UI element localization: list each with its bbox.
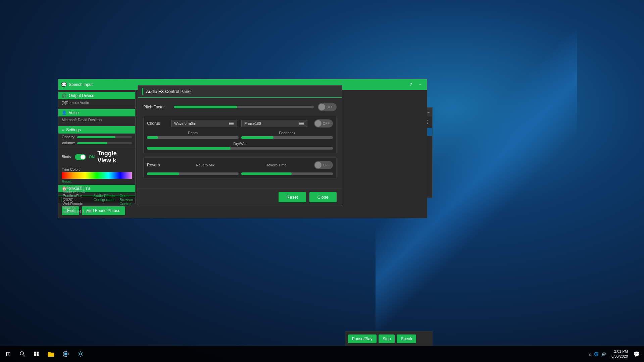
settings-label: Settings (66, 127, 81, 132)
chorus-params: Depth Feedback Dry/Wet (147, 131, 333, 150)
volume-slider[interactable] (77, 142, 132, 144)
volume-fill (77, 142, 107, 144)
status-accent (61, 197, 61, 202)
reverb-mix-label-h: Reverb Mix (171, 163, 239, 167)
dry-wet-group: Dry/Wet (147, 142, 333, 150)
audio-effects-link[interactable]: Audio Effects Configuration (94, 194, 115, 206)
time-display: 2:01 PM (611, 349, 628, 354)
pitch-slider[interactable] (174, 106, 314, 108)
status-text: Sakura TTS | Made with <3 - PoofimaFox (… (63, 186, 94, 214)
svg-rect-3 (37, 352, 39, 354)
network-icon[interactable]: 🌐 (594, 352, 599, 356)
reverb-section: Reverb Reverb Mix Reverb Time OFF (143, 157, 337, 179)
trim-color-reset[interactable]: Reset (62, 179, 132, 184)
pitch-toggle[interactable]: OFF (318, 103, 337, 111)
reverb-label: Reverb (147, 163, 167, 167)
binds-label: Binds: (62, 155, 72, 159)
tray-expand-icon[interactable]: △ (589, 352, 591, 356)
svg-rect-7 (48, 352, 51, 353)
file-explorer-icon[interactable] (44, 347, 58, 361)
clock[interactable]: 2:01 PM 6/30/2020 (609, 349, 631, 359)
settings-icon[interactable] (73, 347, 88, 361)
reverb-knob (315, 162, 321, 168)
waveform-dropdown[interactable]: WaveformSin (171, 120, 237, 127)
reverb-sliders (147, 172, 333, 175)
hotkeys-minimize-btn[interactable]: − (427, 110, 430, 115)
taskbar: ⊞ △ 🌐 🔊 (0, 346, 644, 362)
dry-wet-slider[interactable] (147, 147, 333, 150)
reverb-time-slider[interactable] (241, 172, 333, 175)
phase-value: Phase180 (244, 121, 261, 125)
reverb-mix-slider[interactable] (147, 172, 239, 175)
depth-slider[interactable] (147, 136, 239, 139)
pitch-label: Pitch Factor (143, 105, 170, 109)
binds-toggle[interactable] (75, 154, 86, 160)
notification-button[interactable]: 💬 (632, 351, 641, 357)
steam-icon[interactable] (58, 347, 73, 361)
search-button[interactable] (16, 348, 29, 360)
depth-group: Depth (147, 131, 239, 139)
settings-header: ≡ Settings (58, 126, 135, 134)
svg-rect-4 (34, 354, 36, 356)
reverb-time-fill (241, 172, 292, 175)
reverb-header: Reverb Reverb Mix Reverb Time OFF (147, 161, 333, 169)
feedback-group: Feedback (241, 131, 333, 139)
chorus-label: Chorus (147, 121, 167, 126)
status-bar: Sakura TTS | Made with <3 - PoofimaFox (… (58, 196, 135, 203)
svg-rect-5 (37, 354, 39, 356)
chorus-header: Chorus WaveformSin Phase180 OFF (147, 119, 333, 127)
svg-point-10 (80, 353, 82, 355)
headphone-icon: 🎧 (62, 93, 67, 98)
pause-play-button[interactable]: Pause/Play (348, 334, 377, 343)
start-button[interactable]: ⊞ (0, 346, 16, 362)
voice-value: Microsoft David Desktop (62, 118, 132, 122)
color-gradient[interactable] (62, 172, 132, 179)
close-button[interactable]: Close (309, 192, 337, 202)
depth-fill (147, 136, 158, 139)
reverb-mix-fill (147, 172, 179, 175)
person-icon: 👤 (62, 110, 67, 115)
feedback-slider[interactable] (241, 136, 333, 139)
system-tray: △ 🌐 🔊 (587, 352, 607, 356)
trim-color-row: Trim Color: Reset (58, 166, 135, 185)
toggle-on-label: ON (89, 155, 95, 159)
chorus-section: Chorus WaveformSin Phase180 OFF (143, 116, 337, 153)
task-view-icon[interactable] (29, 347, 44, 361)
svg-point-0 (20, 352, 23, 355)
feedback-label: Feedback (241, 131, 333, 135)
speak-button[interactable]: Speak (397, 334, 416, 343)
minimize-button[interactable]: − (416, 81, 424, 88)
feedback-fill (241, 136, 274, 139)
depth-label: Depth (147, 131, 239, 135)
volume-icon[interactable]: 🔊 (601, 352, 606, 356)
phase-dropdown[interactable]: Phase180 (241, 120, 307, 127)
help-button[interactable]: ? (407, 81, 415, 88)
reset-button[interactable]: Reset (279, 192, 306, 202)
opacity-fill (77, 136, 115, 138)
speech-left-panel: 🎧 Output Device [0]Remote Audio 👤 Voice … (58, 90, 136, 218)
opacity-slider[interactable] (77, 136, 132, 138)
audio-fx-titlebar: Audio FX Control Panel (138, 86, 342, 98)
svg-rect-2 (34, 352, 36, 354)
browser-control-link[interactable]: Open Browser Control (119, 194, 133, 206)
voice-header: 👤 Voice (58, 109, 135, 116)
dry-wet-fill (147, 147, 231, 150)
reverb-toggle[interactable]: OFF (314, 161, 333, 169)
waveform-menu-icon (228, 121, 234, 126)
pitch-fill (174, 106, 237, 108)
chorus-toggle[interactable]: OFF (314, 119, 333, 127)
volume-label: Volume: (62, 141, 75, 145)
phase-menu-icon (298, 121, 304, 126)
voice-label: Voice (69, 110, 79, 115)
audio-fx-title: Audio FX Control Panel (146, 89, 192, 94)
output-device-section: 🎧 Output Device [0]Remote Audio (58, 90, 135, 107)
reverb-time-label-h: Reverb Time (242, 163, 310, 167)
chorus-toggle-label: OFF (323, 122, 330, 125)
taskbar-right: △ 🌐 🔊 2:01 PM 6/30/2020 💬 (587, 349, 644, 359)
stop-button[interactable]: Stop (379, 334, 395, 343)
reverb-toggle-label: OFF (323, 163, 330, 167)
date-display: 6/30/2020 (611, 354, 628, 359)
title-accent (142, 88, 143, 95)
output-device-value: [0]Remote Audio (62, 101, 132, 105)
opacity-label: Opacity: (62, 135, 75, 139)
